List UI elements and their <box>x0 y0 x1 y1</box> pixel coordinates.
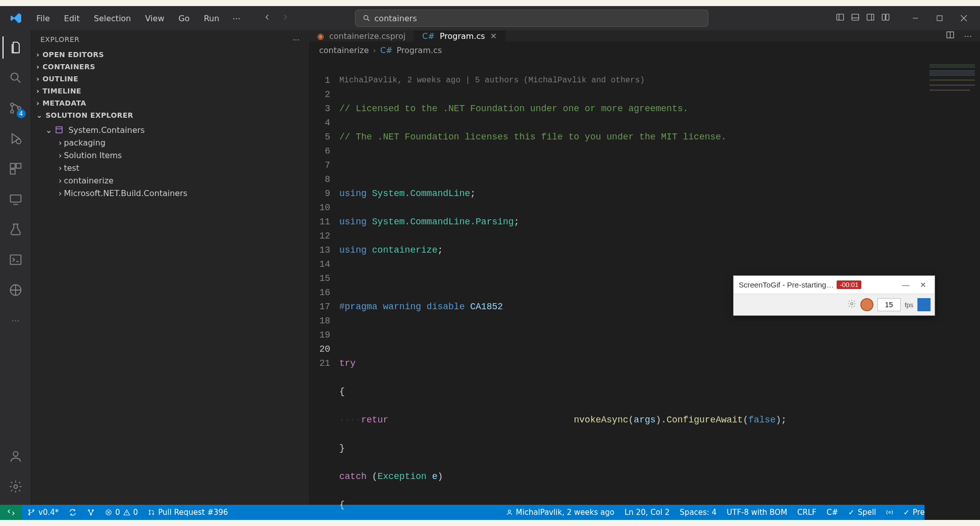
status-graph-icon[interactable] <box>82 505 100 520</box>
menu-run[interactable]: Run <box>198 11 226 26</box>
activity-debug-icon[interactable] <box>3 125 29 152</box>
more-actions-icon[interactable]: ⋯ <box>964 31 972 41</box>
svg-point-23 <box>29 510 30 511</box>
fps-input[interactable] <box>878 298 901 311</box>
tree-item[interactable]: ›test <box>31 162 309 174</box>
split-editor-icon[interactable] <box>946 30 955 41</box>
svg-point-7 <box>11 73 18 80</box>
layout-sidebar-left-icon[interactable] <box>836 13 845 24</box>
section-containers[interactable]: ›CONTAINERS <box>31 61 309 73</box>
screentogif-overlay-window[interactable]: ScreenToGif - Pre-starting… -00:01 — ✕ f… <box>733 275 935 316</box>
vscode-logo-icon <box>9 11 23 25</box>
stop-button-icon[interactable] <box>917 298 931 311</box>
editor-group: ◉ containerize.csproj C# Program.cs ✕ ⋯ … <box>309 30 980 505</box>
section-open-editors[interactable]: ›OPEN EDITORS <box>31 49 309 61</box>
svg-point-32 <box>153 513 154 514</box>
tree-root[interactable]: ⌄ System.Containers <box>31 123 309 136</box>
activity-testing-icon[interactable] <box>3 216 29 243</box>
tree-item[interactable]: ›packaging <box>31 136 309 149</box>
activity-more-icon[interactable]: ⋯ <box>3 307 29 333</box>
tree-item[interactable]: ›containerize <box>31 174 309 187</box>
tab-csproj[interactable]: ◉ containerize.csproj <box>309 30 414 41</box>
chevron-right-icon: › <box>59 188 62 198</box>
editor-tabs: ◉ containerize.csproj C# Program.cs ✕ ⋯ <box>309 30 980 41</box>
layout-sidebar-right-icon[interactable] <box>866 13 875 24</box>
status-sync-icon[interactable] <box>64 505 82 520</box>
chevron-right-icon: › <box>373 45 376 55</box>
section-timeline[interactable]: ›TIMELINE <box>31 85 309 97</box>
csharp-file-icon: C# <box>380 45 393 55</box>
overlay-minimize-icon[interactable]: — <box>897 278 914 292</box>
explorer-title: EXPLORER <box>40 35 80 43</box>
xml-file-icon: ◉ <box>317 31 324 41</box>
countdown-timer: -00:01 <box>837 280 861 289</box>
remote-indicator-icon[interactable] <box>0 505 22 520</box>
explorer-more-icon[interactable]: ⋯ <box>293 35 300 43</box>
tab-program-cs[interactable]: C# Program.cs ✕ <box>414 30 505 41</box>
tree-item[interactable]: ›Solution Items <box>31 149 309 162</box>
title-bar: File Edit Selection View Go Run ⋯ contai… <box>0 6 980 30</box>
chevron-down-icon: ⌄ <box>36 111 42 119</box>
activity-explorer-icon[interactable] <box>3 34 29 61</box>
svg-rect-1 <box>837 14 844 20</box>
record-button-icon[interactable] <box>860 298 873 311</box>
close-icon[interactable]: ✕ <box>490 31 497 41</box>
activity-extensions-icon[interactable] <box>3 156 29 182</box>
svg-point-8 <box>11 103 14 106</box>
activity-explorer2-icon[interactable] <box>3 277 29 303</box>
status-branch[interactable]: v0.4* <box>22 505 64 520</box>
breadcrumb[interactable]: containerize › C# Program.cs <box>309 41 980 59</box>
svg-point-0 <box>364 16 368 20</box>
layout-customize-icon[interactable] <box>881 13 890 24</box>
activity-terminal-icon[interactable] <box>3 247 29 273</box>
menu-go[interactable]: Go <box>172 11 195 26</box>
window-minimize-icon[interactable] <box>903 9 927 28</box>
code-lens[interactable]: MichalPavlik, 2 weeks ago | 5 authors (M… <box>339 73 970 87</box>
menu-selection[interactable]: Selection <box>88 11 137 26</box>
activity-bar: 4 ⋯ <box>0 30 31 505</box>
activity-remote-icon[interactable] <box>3 186 29 212</box>
svg-rect-15 <box>10 195 21 202</box>
svg-rect-3 <box>867 14 874 20</box>
layout-panel-icon[interactable] <box>851 13 860 24</box>
chevron-right-icon: › <box>36 99 39 107</box>
svg-rect-14 <box>10 169 15 174</box>
window-close-icon[interactable] <box>952 9 976 28</box>
menu-view[interactable]: View <box>139 11 171 26</box>
svg-point-24 <box>29 514 30 515</box>
section-outline[interactable]: ›OUTLINE <box>31 73 309 85</box>
status-problems[interactable]: 0 0 <box>100 505 143 520</box>
window-maximize-icon[interactable] <box>927 9 952 28</box>
activity-account-icon[interactable] <box>3 443 29 469</box>
chevron-right-icon: › <box>59 138 62 148</box>
overlay-close-icon[interactable]: ✕ <box>914 278 932 292</box>
sidebar-explorer: EXPLORER ⋯ ›OPEN EDITORS ›CONTAINERS ›OU… <box>31 30 309 505</box>
nav-back-icon[interactable] <box>263 13 272 24</box>
chevron-right-icon: › <box>59 176 62 185</box>
menu-file[interactable]: File <box>30 11 56 26</box>
overlay-settings-icon[interactable] <box>847 299 856 310</box>
nav-forward-icon[interactable] <box>281 13 290 24</box>
status-pull-request[interactable]: Pull Request #396 <box>143 505 233 520</box>
svg-point-31 <box>149 513 150 514</box>
activity-scm-icon[interactable]: 4 <box>3 95 29 121</box>
scm-badge: 4 <box>17 109 26 118</box>
svg-point-26 <box>88 510 90 511</box>
activity-settings-icon[interactable] <box>3 473 29 500</box>
svg-point-9 <box>11 110 14 113</box>
menu-edit[interactable]: Edit <box>58 11 86 26</box>
section-solution-explorer[interactable]: ⌄SOLUTION EXPLORER <box>31 109 309 121</box>
search-icon <box>363 14 371 22</box>
svg-rect-13 <box>16 164 21 168</box>
command-center-search[interactable]: containers <box>355 10 708 27</box>
menu-overflow-icon[interactable]: ⋯ <box>227 11 245 26</box>
svg-point-27 <box>92 510 94 511</box>
svg-point-11 <box>16 139 21 144</box>
tree-item[interactable]: ›Microsoft.NET.Build.Containers <box>31 187 309 200</box>
activity-search-icon[interactable] <box>3 65 29 91</box>
svg-rect-16 <box>10 255 21 265</box>
chevron-right-icon: › <box>59 163 62 173</box>
solution-icon <box>54 125 64 135</box>
section-metadata[interactable]: ›METADATA <box>31 97 309 109</box>
chevron-right-icon: › <box>36 87 39 95</box>
